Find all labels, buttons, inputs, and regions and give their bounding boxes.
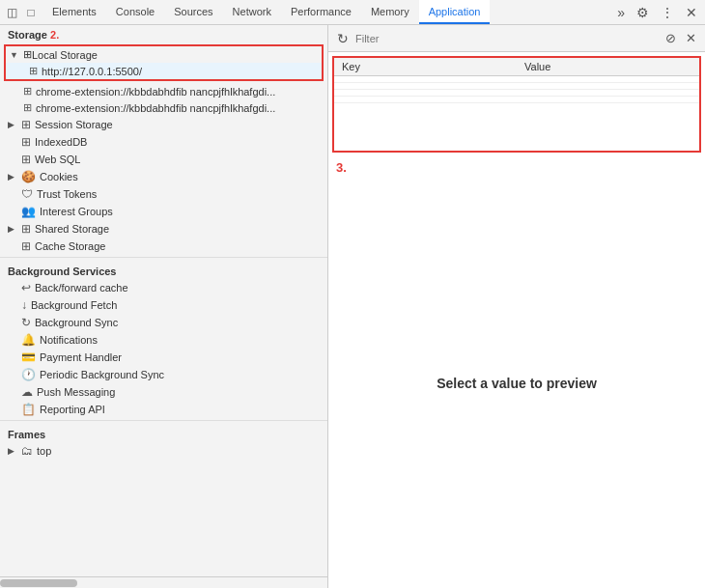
interest-groups-label: Interest Groups xyxy=(40,206,113,217)
frames-top-label: top xyxy=(37,445,51,457)
websql-label: Web SQL xyxy=(35,154,81,165)
tab-sources[interactable]: Sources xyxy=(164,0,222,24)
fetch-icon: ↓ xyxy=(21,298,27,312)
frames-top[interactable]: ▶ 🗂 top xyxy=(0,442,327,460)
refresh-button[interactable]: ↻ xyxy=(334,30,352,47)
cookie-icon: 🍪 xyxy=(21,170,36,183)
grid-icon-session: ⊞ xyxy=(21,118,31,131)
cookies-item[interactable]: ▶ 🍪 Cookies xyxy=(0,168,327,185)
kv-table: Key Value xyxy=(334,58,699,103)
col-key: Key xyxy=(334,58,517,76)
step3-label: 3. xyxy=(328,156,705,179)
shared-icon: ⊞ xyxy=(21,222,31,236)
trust-tokens-label: Trust Tokens xyxy=(37,188,97,200)
main-area: Storage 2. ▼ ⊞ Local Storage ⊞ http://12… xyxy=(0,25,705,588)
right-panel: ↻ ⊘ ✕ Key Value xyxy=(328,25,705,588)
forward-icon: ↩ xyxy=(21,281,31,294)
storage-label: Storage 2. xyxy=(0,25,327,42)
settings-icon[interactable]: ⚙ xyxy=(633,3,653,22)
folder-icon: 🗂 xyxy=(21,444,33,458)
table-row[interactable] xyxy=(334,76,699,83)
tab-network[interactable]: Network xyxy=(223,0,281,24)
sidebar-hscroll-thumb[interactable] xyxy=(0,579,77,587)
sidebar: Storage 2. ▼ ⊞ Local Storage ⊞ http://12… xyxy=(0,25,328,588)
cache-icon: ⊞ xyxy=(21,239,31,253)
table-row[interactable] xyxy=(334,97,699,103)
col-value: Value xyxy=(517,58,699,76)
expand-arrow-shared: ▶ xyxy=(8,224,19,234)
tab-elements[interactable]: Elements xyxy=(42,0,106,24)
bg-periodic-sync-label: Periodic Background Sync xyxy=(40,369,164,380)
bg-reporting-label: Reporting API xyxy=(40,404,105,415)
trust-tokens-item[interactable]: 🛡 Trust Tokens xyxy=(0,185,327,203)
bg-fetch[interactable]: ↓ Background Fetch xyxy=(0,296,327,314)
bg-notifications[interactable]: 🔔 Notifications xyxy=(0,331,327,349)
expand-arrow-cookies: ▶ xyxy=(8,172,19,182)
expand-arrow-session: ▶ xyxy=(8,120,19,129)
close-panel-button[interactable]: ✕ xyxy=(683,30,699,46)
session-storage-item[interactable]: ▶ ⊞ Session Storage xyxy=(0,116,327,133)
sidebar-scroll[interactable]: Storage 2. ▼ ⊞ Local Storage ⊞ http://12… xyxy=(0,25,327,576)
bg-payment[interactable]: 💳 Payment Handler xyxy=(0,349,327,366)
tab-application[interactable]: Application xyxy=(419,0,491,24)
report-icon: 📋 xyxy=(21,403,36,416)
clear-button[interactable]: ⊘ xyxy=(663,30,679,46)
cache-storage-label: Cache Storage xyxy=(35,240,105,252)
panel-toolbar: ↻ ⊘ ✕ xyxy=(328,25,705,52)
cloud-icon: ☁ xyxy=(21,385,33,399)
local-storage-url-item[interactable]: ⊞ http://127.0.0.1:5500/ xyxy=(6,63,322,79)
bg-reporting[interactable]: 📋 Reporting API xyxy=(0,401,327,418)
chrome-ext-item-1[interactable]: ⊞ chrome-extension://kbbdabhdfib nancpjf… xyxy=(0,83,327,99)
table-row[interactable] xyxy=(334,83,699,90)
close-icon[interactable]: ✕ xyxy=(682,3,701,22)
chrome-ext-label-2: chrome-extension://kbbdabhdfib nancpjfhl… xyxy=(36,102,275,114)
local-storage-url: http://127.0.0.1:5500/ xyxy=(42,66,142,77)
interest-groups-item[interactable]: 👥 Interest Groups xyxy=(0,203,327,220)
sync-icon: ↻ xyxy=(21,316,31,329)
bg-fetch-label: Background Fetch xyxy=(31,299,117,311)
grid-icon-ext2: ⊞ xyxy=(23,101,32,114)
tab-performance[interactable]: Performance xyxy=(281,0,361,24)
tab-console[interactable]: Console xyxy=(106,0,164,24)
bg-sync[interactable]: ↻ Background Sync xyxy=(0,314,327,331)
local-storage-header[interactable]: ▼ ⊞ Local Storage xyxy=(6,46,322,63)
more-icon[interactable]: ⋮ xyxy=(657,3,678,22)
tab-memory[interactable]: Memory xyxy=(361,0,419,24)
expand-arrow-icon: ▼ xyxy=(10,50,21,60)
bg-push-label: Push Messaging xyxy=(37,386,115,398)
overflow-icon[interactable]: » xyxy=(613,3,629,22)
devtools-icon[interactable]: ◫ xyxy=(4,5,19,20)
bg-forward-cache[interactable]: ↩ Back/forward cache xyxy=(0,279,327,296)
clock-icon: 🕐 xyxy=(21,368,36,381)
cache-storage-item[interactable]: ⊞ Cache Storage xyxy=(0,238,327,255)
storage-text: Storage xyxy=(8,29,47,41)
local-storage-label: Local Storage xyxy=(32,49,98,61)
sidebar-divider-2 xyxy=(0,420,327,421)
bg-periodic-sync[interactable]: 🕐 Periodic Background Sync xyxy=(0,366,327,383)
grid-icon-indexed: ⊞ xyxy=(21,135,31,149)
bg-payment-label: Payment Handler xyxy=(40,351,122,363)
chrome-ext-item-2[interactable]: ⊞ chrome-extension://kbbdabhdfib nancpjf… xyxy=(0,99,327,116)
shared-storage-item[interactable]: ▶ ⊞ Shared Storage xyxy=(0,220,327,238)
shared-storage-label: Shared Storage xyxy=(35,223,109,235)
grid-icon-small: ⊞ xyxy=(29,65,38,77)
table-row[interactable] xyxy=(334,90,699,97)
preview-area: Select a value to preview xyxy=(328,179,705,588)
sidebar-divider-1 xyxy=(0,257,327,258)
sidebar-hscrollbar[interactable] xyxy=(0,576,327,588)
grid-icon-websql: ⊞ xyxy=(21,153,31,166)
storage-number: 2. xyxy=(50,29,59,41)
devtools-icon2[interactable]: □ xyxy=(23,5,39,20)
kv-table-wrapper: Key Value xyxy=(332,56,701,153)
preview-text: Select a value to preview xyxy=(437,376,597,391)
indexeddb-label: IndexedDB xyxy=(35,136,87,148)
bg-push[interactable]: ☁ Push Messaging xyxy=(0,383,327,401)
filter-input[interactable] xyxy=(355,33,659,44)
websql-item[interactable]: ⊞ Web SQL xyxy=(0,151,327,168)
cookies-label: Cookies xyxy=(40,171,78,182)
bell-icon: 🔔 xyxy=(21,333,36,347)
indexeddb-item[interactable]: ⊞ IndexedDB xyxy=(0,133,327,151)
bg-forward-cache-label: Back/forward cache xyxy=(35,282,128,294)
payment-icon: 💳 xyxy=(21,350,36,364)
people-icon: 👥 xyxy=(21,205,36,218)
